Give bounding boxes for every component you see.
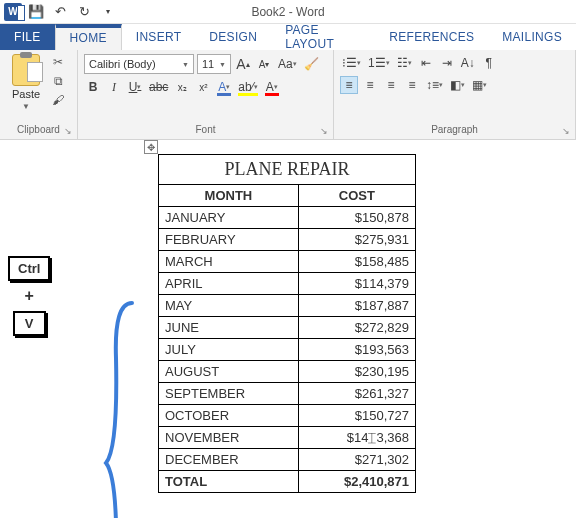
change-case-icon[interactable]: Aa▾ [276,55,299,73]
cell-cost[interactable]: $275,931 [298,229,415,251]
table-row[interactable]: FEBRUARY$275,931 [159,229,416,251]
tab-design[interactable]: DESIGN [195,24,271,50]
cell-month[interactable]: JULY [159,339,299,361]
table-row[interactable]: JUNE$272,829 [159,317,416,339]
increase-indent-button[interactable]: ⇥ [438,54,456,72]
clear-formatting-icon[interactable]: 🧹 [302,55,321,73]
clipboard-launcher-icon[interactable]: ↘ [64,126,74,136]
cell-month[interactable]: SEPTEMBER [159,383,299,405]
word-app-icon[interactable]: W [4,3,22,21]
table-row[interactable]: JANUARY$150,878 [159,207,416,229]
subscript-button[interactable]: x₂ [173,78,191,96]
plane-repair-table[interactable]: PLANE REPAIR MONTH COST JANUARY$150,878F… [158,154,416,493]
quick-access-toolbar: W 💾 ↶ ↻ ▾ [4,2,118,22]
align-center-button[interactable]: ≡ [361,76,379,94]
copy-icon[interactable]: ⧉ [50,73,66,89]
cell-month[interactable]: OCTOBER [159,405,299,427]
table-row[interactable]: OCTOBER$150,727 [159,405,416,427]
cell-cost[interactable]: $158,485 [298,251,415,273]
cell-cost[interactable]: $150,727 [298,405,415,427]
sort-button[interactable]: A↓ [459,54,477,72]
tab-mailings[interactable]: MAILINGS [488,24,576,50]
table-row[interactable]: NOVEMBER$14⌶3,368 [159,427,416,449]
table-row[interactable]: DECEMBER$271,302 [159,449,416,471]
borders-button[interactable]: ▦▾ [470,76,489,94]
cell-month[interactable]: DECEMBER [159,449,299,471]
cell-cost[interactable]: $150,878 [298,207,415,229]
table-move-handle-icon[interactable]: ✥ [144,140,158,154]
tab-file[interactable]: FILE [0,24,55,50]
cell-month[interactable]: JANUARY [159,207,299,229]
ribbon: Paste ▼ ✂ ⧉ 🖌 Clipboard ↘ Calibri (Body)… [0,50,576,140]
cell-cost[interactable]: $261,327 [298,383,415,405]
table-row[interactable]: APRIL$114,379 [159,273,416,295]
multilevel-list-button[interactable]: ☷▾ [395,54,414,72]
cell-month[interactable]: MARCH [159,251,299,273]
cell-cost[interactable]: $14⌶3,368 [298,427,415,449]
cell-cost[interactable]: $187,887 [298,295,415,317]
cell-cost[interactable]: $271,302 [298,449,415,471]
tab-page-layout[interactable]: PAGE LAYOUT [271,24,375,50]
table-row[interactable]: AUGUST$230,195 [159,361,416,383]
cell-month[interactable]: FEBRUARY [159,229,299,251]
redo-icon[interactable]: ↻ [74,2,94,22]
cell-month[interactable]: NOVEMBER [159,427,299,449]
cell-month[interactable]: JUNE [159,317,299,339]
table-row[interactable]: JULY$193,563 [159,339,416,361]
paste-label: Paste [12,88,40,100]
cell-cost[interactable]: $272,829 [298,317,415,339]
table-row[interactable]: MARCH$158,485 [159,251,416,273]
paste-dropdown-icon[interactable]: ▼ [22,102,30,111]
numbering-button[interactable]: 1☰▾ [366,54,392,72]
cut-icon[interactable]: ✂ [50,54,66,70]
tab-references[interactable]: REFERENCES [375,24,488,50]
decrease-indent-button[interactable]: ⇤ [417,54,435,72]
save-icon[interactable]: 💾 [26,2,46,22]
italic-button[interactable]: I [105,78,123,96]
cell-month[interactable]: APRIL [159,273,299,295]
cell-month[interactable]: MAY [159,295,299,317]
font-launcher-icon[interactable]: ↘ [320,126,330,136]
group-paragraph-label: Paragraph [340,124,569,137]
table-row[interactable]: MAY$187,887 [159,295,416,317]
table-row[interactable]: SEPTEMBER$261,327 [159,383,416,405]
grow-font-icon[interactable]: A▴ [234,55,252,73]
show-marks-button[interactable]: ¶ [480,54,498,72]
bullets-button[interactable]: ⁝☰▾ [340,54,363,72]
group-paragraph: ⁝☰▾ 1☰▾ ☷▾ ⇤ ⇥ A↓ ¶ ≡ ≡ ≡ ≡ ↕≡▾ ◧▾ ▦▾ Pa… [334,50,576,139]
justify-button[interactable]: ≡ [403,76,421,94]
align-right-button[interactable]: ≡ [382,76,400,94]
font-color-button[interactable]: A▾ [263,78,281,96]
underline-button[interactable]: U▾ [126,78,144,96]
tab-insert[interactable]: INSERT [122,24,196,50]
cell-cost[interactable]: $193,563 [298,339,415,361]
cell-cost[interactable]: $114,379 [298,273,415,295]
superscript-button[interactable]: x² [194,78,212,96]
format-painter-icon[interactable]: 🖌 [50,92,66,108]
bold-button[interactable]: B [84,78,102,96]
text-effects-button[interactable]: A▾ [215,78,233,96]
font-name-combo[interactable]: Calibri (Body) ▼ [84,54,194,74]
shading-button[interactable]: ◧▾ [448,76,467,94]
table-title-row: PLANE REPAIR [159,155,416,185]
highlight-button[interactable]: ab⁄▾ [236,78,259,96]
strikethrough-button[interactable]: abc [147,78,170,96]
align-left-button[interactable]: ≡ [340,76,358,94]
group-font: Calibri (Body) ▼ 11 ▼ A▴ A▾ Aa▾ 🧹 B I U▾… [78,50,334,139]
title-bar: W 💾 ↶ ↻ ▾ Book2 - Word [0,0,576,24]
document-area[interactable]: ✥ PLANE REPAIR MONTH COST JANUARY$150,87… [0,140,576,493]
tab-home[interactable]: HOME [55,24,122,50]
cell-month[interactable]: AUGUST [159,361,299,383]
keyboard-hint: Ctrl + V [8,256,50,336]
line-spacing-button[interactable]: ↕≡▾ [424,76,445,94]
customize-qat-icon[interactable]: ▾ [98,2,118,22]
shrink-font-icon[interactable]: A▾ [255,55,273,73]
cell-cost[interactable]: $230,195 [298,361,415,383]
plus-icon: + [25,287,34,305]
group-clipboard-label: Clipboard [6,124,71,137]
undo-icon[interactable]: ↶ [50,2,70,22]
paragraph-launcher-icon[interactable]: ↘ [562,126,572,136]
paste-button[interactable]: Paste ▼ [6,54,46,124]
font-size-combo[interactable]: 11 ▼ [197,54,231,74]
chevron-down-icon: ▼ [219,61,226,68]
